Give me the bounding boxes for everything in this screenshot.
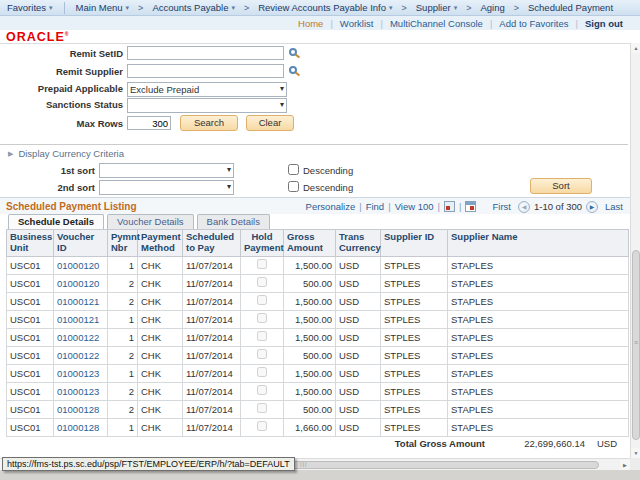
cell-pymnt-nbr: 2 — [108, 274, 138, 292]
remit-setid-input[interactable] — [127, 46, 284, 60]
display-currency-criteria-label: Display Currency Criteria — [18, 148, 124, 159]
voucher-link[interactable]: 01000122 — [57, 332, 99, 343]
hold-payment-checkbox[interactable] — [257, 313, 267, 323]
link-separator: | — [459, 201, 461, 212]
second-sort-select[interactable] — [99, 180, 234, 195]
cell-supplier-name: STAPLES — [448, 418, 629, 436]
hold-payment-checkbox[interactable] — [257, 295, 267, 305]
scheduled-payment-listing-bar: Scheduled Payment Listing Personalize | … — [0, 197, 630, 214]
cell-business-unit: USC01 — [7, 328, 54, 346]
display-currency-criteria-toggle[interactable]: ▶ Display Currency Criteria — [8, 148, 124, 159]
next-page-arrow-icon[interactable]: ▶ — [586, 201, 598, 213]
row-range: 1-10 of 300 — [534, 201, 582, 212]
table-row: USC01 01000128 2 CHK 11/07/2014 500.00 U… — [7, 400, 629, 418]
first-sort-label: 1st sort — [0, 165, 95, 176]
sign-out-link[interactable]: Sign out — [585, 18, 623, 29]
first-sort-select[interactable] — [99, 163, 234, 178]
hold-payment-checkbox[interactable] — [257, 331, 267, 341]
cell-supplier-name: STAPLES — [448, 328, 629, 346]
cell-pymnt-nbr: 2 — [108, 346, 138, 364]
tab-schedule-details[interactable]: Schedule Details — [8, 214, 104, 229]
breadcrumb-accounts-payable[interactable]: Accounts Payable ▾ — [145, 2, 242, 13]
hold-payment-checkbox[interactable] — [257, 385, 267, 395]
find-link[interactable]: Find — [366, 201, 384, 212]
breadcrumb-scheduled-payment[interactable]: Scheduled Payment — [521, 2, 620, 13]
max-rows-input[interactable] — [127, 116, 171, 130]
total-gross-amount-label: Total Gross Amount — [340, 438, 485, 449]
cell-supplier-id: STPLES — [381, 418, 448, 436]
cell-payment-method: CHK — [138, 364, 183, 382]
table-row: USC01 01000123 1 CHK 11/07/2014 1,500.00… — [7, 364, 629, 382]
first-descending-checkbox[interactable] — [288, 164, 299, 175]
scroll-down-arrow-icon[interactable]: ▼ — [631, 448, 640, 458]
voucher-link[interactable]: 01000128 — [57, 422, 99, 433]
hold-payment-checkbox[interactable] — [257, 403, 267, 413]
table-row: USC01 01000128 1 CHK 11/07/2014 1,660.00… — [7, 418, 629, 436]
cell-payment-method: CHK — [138, 418, 183, 436]
voucher-link[interactable]: 01000123 — [57, 368, 99, 379]
favorites-menu[interactable]: Favorites ▾ — [0, 2, 60, 13]
hold-payment-checkbox[interactable] — [257, 421, 267, 431]
peoplesoft-window: Favorites ▾ Main Menu ▾ > Accounts Payab… — [0, 0, 640, 480]
voucher-link[interactable]: 01000121 — [57, 314, 99, 325]
cell-trans-currency: USD — [336, 256, 381, 274]
scroll-up-arrow-icon[interactable]: ▲ — [631, 43, 640, 53]
voucher-link[interactable]: 01000123 — [57, 386, 99, 397]
search-button[interactable]: Search — [180, 115, 238, 131]
remit-supplier-lookup-icon[interactable] — [289, 66, 297, 74]
breadcrumb-main-menu[interactable]: Main Menu ▾ — [69, 2, 137, 13]
vertical-scrollbar[interactable]: ▲ ▼ — [630, 43, 640, 458]
remit-supplier-input[interactable] — [127, 64, 284, 78]
breadcrumb-aging[interactable]: Aging — [473, 2, 511, 13]
hold-payment-checkbox[interactable] — [257, 367, 267, 377]
breadcrumb-label: Main Menu — [76, 2, 123, 13]
cell-payment-method: CHK — [138, 256, 183, 274]
zoom-grid-icon[interactable] — [444, 201, 455, 212]
hold-payment-checkbox[interactable] — [257, 259, 267, 269]
col-voucher-id: Voucher ID — [54, 230, 108, 257]
col-business-unit: Business Unit — [7, 230, 54, 257]
tab-voucher-details[interactable]: Voucher Details — [107, 214, 194, 229]
breadcrumb-label: Scheduled Payment — [528, 2, 613, 13]
scroll-right-arrow-icon[interactable]: ▶ — [620, 460, 630, 470]
status-bar-url: https://fms-tst.ps.sc.edu/psp/FTST/EMPLO… — [2, 457, 295, 471]
previous-page-arrow-icon[interactable]: ◀ — [518, 201, 530, 213]
voucher-link[interactable]: 01000120 — [57, 260, 99, 271]
clear-button[interactable]: Clear — [246, 115, 294, 131]
cell-gross-amount: 500.00 — [284, 400, 336, 418]
first-link[interactable]: First — [492, 201, 510, 212]
breadcrumb-review-ap-info[interactable]: Review Accounts Payable Info ▾ — [251, 2, 399, 13]
add-to-favorites-link[interactable]: Add to Favorites — [499, 18, 568, 29]
sanctions-status-select[interactable] — [127, 98, 287, 113]
cell-business-unit: USC01 — [7, 274, 54, 292]
voucher-link[interactable]: 01000128 — [57, 404, 99, 415]
download-icon[interactable] — [465, 201, 476, 212]
cell-scheduled-to-pay: 11/07/2014 — [183, 418, 241, 436]
worklist-link[interactable]: Worklist — [340, 18, 374, 29]
vertical-scrollbar-thumb[interactable] — [632, 250, 640, 440]
hold-payment-checkbox[interactable] — [257, 277, 267, 287]
tab-bank-details[interactable]: Bank Details — [197, 214, 270, 229]
table-row: USC01 01000122 1 CHK 11/07/2014 1,500.00… — [7, 328, 629, 346]
breadcrumb-label: Accounts Payable — [152, 2, 228, 13]
voucher-link[interactable]: 01000120 — [57, 278, 99, 289]
hold-payment-checkbox[interactable] — [257, 349, 267, 359]
breadcrumb-supplier[interactable]: Supplier ▾ — [409, 2, 464, 13]
cell-supplier-id: STPLES — [381, 328, 448, 346]
sort-button[interactable]: Sort — [530, 178, 592, 194]
prepaid-applicable-select[interactable]: Exclude Prepaid — [127, 82, 287, 97]
view-100-link[interactable]: View 100 — [395, 201, 434, 212]
voucher-link[interactable]: 01000122 — [57, 350, 99, 361]
cell-business-unit: USC01 — [7, 382, 54, 400]
voucher-link[interactable]: 01000121 — [57, 296, 99, 307]
multichannel-console-link[interactable]: MultiChannel Console — [390, 18, 483, 29]
cell-trans-currency: USD — [336, 382, 381, 400]
home-link[interactable]: Home — [298, 18, 323, 29]
cell-pymnt-nbr: 1 — [108, 364, 138, 382]
cell-pymnt-nbr: 2 — [108, 292, 138, 310]
personalize-link[interactable]: Personalize — [306, 201, 356, 212]
link-separator: | — [380, 18, 382, 29]
remit-setid-lookup-icon[interactable] — [289, 48, 297, 56]
second-descending-checkbox[interactable] — [288, 181, 299, 192]
last-link[interactable]: Last — [605, 201, 623, 212]
